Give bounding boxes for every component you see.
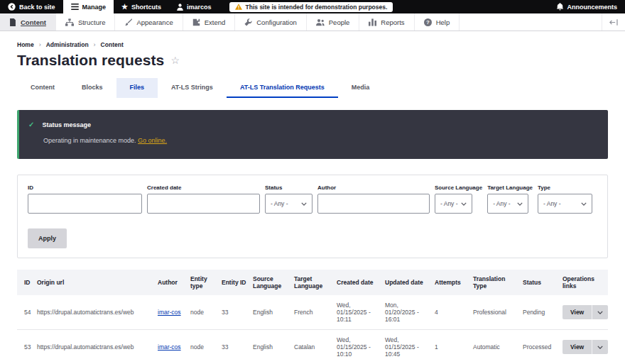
cell-updated-date: Mon, 01/20/2025 - 16:01 [385, 295, 435, 330]
cell-id: 54 [17, 295, 37, 330]
author-filter-label: Author [317, 184, 430, 191]
operations-split-button: View [562, 305, 608, 319]
status-message: ✓ Status message Operating in maintenanc… [17, 110, 608, 159]
menu-item-structure[interactable]: Structure [56, 13, 116, 31]
tab-atls-translation-requests[interactable]: AT-LS Translation Requests [227, 78, 338, 98]
menu-label: Help [436, 18, 450, 26]
menu-label: Appearance [136, 18, 173, 26]
brush-icon [124, 18, 132, 26]
tab-content[interactable]: Content [17, 78, 68, 98]
operations-dropdown-toggle[interactable] [592, 305, 608, 319]
puzzle-icon [192, 18, 200, 26]
shortcuts-tab[interactable]: ★ Shortcuts [114, 0, 169, 13]
menu-item-help[interactable]: ? Help [415, 13, 460, 31]
content-tabs: Content Blocks Files AT-LS Strings AT-LS… [17, 78, 608, 98]
page-title: Translation requests [17, 52, 164, 69]
cell-origin-url: https://drupal.automatictrans.es/web [37, 295, 158, 330]
demo-notice-text: This site is intended for demonstration … [246, 4, 388, 11]
col-header-author: Author [158, 270, 190, 295]
col-header-entity-type: Entity type [190, 270, 222, 295]
back-to-site-button[interactable]: Back to site [0, 0, 63, 13]
col-header-id: ID [17, 270, 37, 295]
type-filter-select[interactable]: - Any - [538, 194, 592, 214]
tab-files[interactable]: Files [116, 78, 158, 98]
status-filter-select[interactable]: - Any - [265, 194, 312, 214]
cell-entity-type: node [190, 330, 222, 364]
col-header-entity-id: Entity ID [222, 270, 253, 295]
author-link[interactable]: imar-cos [158, 343, 181, 351]
menu-spacer [460, 13, 602, 31]
tab-media[interactable]: Media [338, 78, 384, 98]
status-message-body: Operating in maintenance mode. [43, 137, 138, 144]
cell-attempts: 1 [435, 330, 473, 364]
id-filter-label: ID [28, 184, 142, 191]
menu-item-appearance[interactable]: Appearance [115, 13, 183, 31]
col-header-attempts: Attempts [435, 270, 473, 295]
breadcrumb-home[interactable]: Home [17, 41, 34, 48]
author-link[interactable]: imar-cos [158, 309, 181, 316]
checkmark-icon: ✓ [28, 121, 34, 128]
view-button[interactable]: View [562, 340, 592, 354]
toolbar-spacer [393, 0, 549, 13]
menu-item-reports[interactable]: Reports [359, 13, 414, 31]
wrench-icon [244, 18, 252, 26]
operations-dropdown-toggle[interactable] [592, 340, 608, 354]
breadcrumb-administration[interactable]: Administration [46, 41, 89, 48]
cell-translation-type: Automatic [473, 330, 523, 364]
cell-attempts: 4 [435, 295, 473, 330]
cell-translation-type: Professional [473, 295, 523, 330]
page-content: Home › Administration › Content Translat… [0, 41, 625, 364]
bookmark-star-icon[interactable]: ☆ [170, 55, 180, 66]
menu-item-configuration[interactable]: Configuration [235, 13, 307, 31]
menu-label: Structure [78, 18, 106, 26]
chevron-right-icon: › [94, 41, 96, 48]
cell-id: 53 [17, 330, 37, 364]
col-header-created-date: Created date [337, 270, 385, 295]
source-language-filter-label: Source Language [435, 184, 482, 191]
chevron-down-icon [581, 202, 587, 206]
bell-icon [557, 3, 563, 11]
breadcrumb: Home › Administration › Content [17, 41, 608, 48]
star-icon: ★ [121, 4, 128, 11]
back-to-site-label: Back to site [19, 4, 55, 11]
translation-requests-table: ID Origin url Author Entity type Entity … [17, 270, 608, 364]
chevron-down-icon [461, 202, 467, 206]
demo-notice-badge: This site is intended for demonstration … [229, 2, 393, 12]
warning-icon [235, 4, 242, 10]
chevron-down-icon [301, 202, 307, 206]
page-title-row: Translation requests ☆ [17, 52, 608, 69]
announcements-button[interactable]: Announcements [549, 0, 625, 13]
username-label: imarcos [187, 4, 212, 11]
id-filter-input[interactable] [28, 194, 142, 214]
source-language-filter-select[interactable]: - Any - [435, 194, 472, 214]
go-online-link[interactable]: Go online. [138, 137, 167, 144]
author-filter-input[interactable] [317, 194, 430, 214]
created-date-filter-label: Created date [147, 184, 260, 191]
status-message-title: Status message [42, 121, 91, 128]
filters-panel: ID Created date Status - Any - Author So… [17, 175, 608, 258]
user-menu[interactable]: imarcos [169, 0, 219, 13]
apply-button[interactable]: Apply [28, 228, 67, 248]
toolbar-orientation-toggle-icon[interactable] [602, 13, 625, 31]
admin-toolbar: Back to site Manage ★ Shortcuts imarcos … [0, 0, 625, 13]
menu-label: Reports [381, 18, 404, 26]
col-header-origin-url: Origin url [37, 270, 158, 295]
menu-item-people[interactable]: People [307, 13, 360, 31]
menu-item-content[interactable]: Content [0, 13, 56, 31]
tab-atls-strings[interactable]: AT-LS Strings [158, 78, 227, 98]
menu-label: Content [21, 18, 46, 26]
col-header-updated-date: Updated date [385, 270, 435, 295]
menu-label: Extend [205, 18, 226, 26]
cell-status: Processed [523, 330, 562, 364]
manage-tab[interactable]: Manage [63, 0, 114, 13]
back-arrow-icon [8, 3, 16, 11]
menu-item-extend[interactable]: Extend [183, 13, 236, 31]
created-date-filter-input[interactable] [147, 194, 260, 214]
cell-created-date: Wed, 01/15/2025 - 10:10 [337, 330, 385, 364]
view-button[interactable]: View [562, 305, 592, 319]
tab-blocks[interactable]: Blocks [68, 78, 116, 98]
cell-target-language: Catalan [294, 330, 337, 364]
breadcrumb-content[interactable]: Content [101, 41, 124, 48]
target-language-filter-select[interactable]: - Any - [487, 194, 528, 214]
file-icon [9, 18, 16, 26]
